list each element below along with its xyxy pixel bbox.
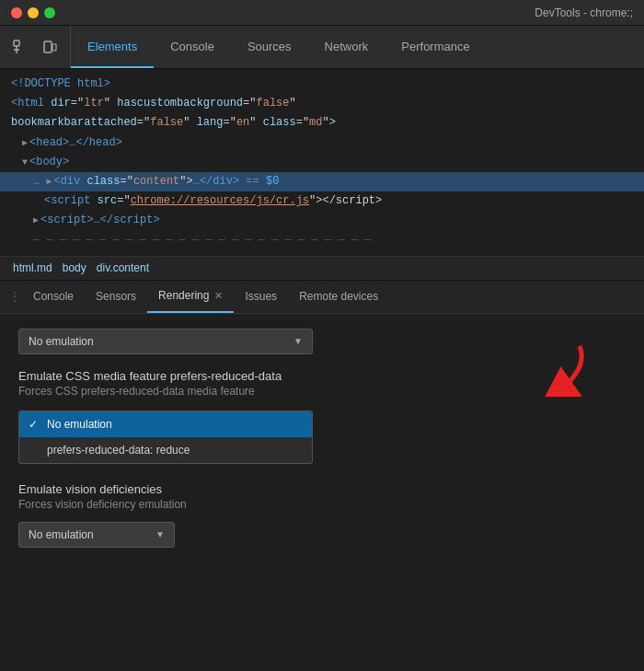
- tab-elements[interactable]: Elements: [71, 26, 154, 68]
- section2-title: Emulate vision deficiencies: [18, 482, 626, 496]
- section1-title: Emulate CSS media feature prefers-reduce…: [18, 369, 626, 383]
- emulation-dropdown-list: ✓ No emulation prefers-reduced-data: red…: [18, 411, 313, 464]
- close-button[interactable]: [11, 7, 22, 18]
- vision-deficiencies-section: Emulate vision deficiencies Forces visio…: [18, 482, 626, 548]
- section1-subtitle: Forces CSS prefers-reduced-data media fe…: [18, 385, 626, 398]
- traffic-lights: [11, 7, 55, 18]
- panel-tab-rendering-close[interactable]: ✕: [214, 290, 223, 302]
- panel-tab-remote-devices[interactable]: Remote devices: [288, 281, 389, 313]
- window-title: DevTools - chrome:;: [535, 6, 633, 19]
- dom-viewer: <!DOCTYPE html> <html dir="ltr" hascusto…: [0, 69, 644, 257]
- section2-subtitle: Forces vision deficiency emulation: [18, 498, 626, 511]
- tab-performance[interactable]: Performance: [385, 26, 486, 68]
- svg-rect-3: [44, 41, 52, 52]
- breadcrumb-html[interactable]: html.md: [9, 261, 56, 274]
- breadcrumb-body[interactable]: body: [59, 261, 90, 274]
- svg-rect-0: [14, 40, 19, 46]
- title-bar: DevTools - chrome:;: [0, 0, 644, 26]
- dropdown-option-no-emulation[interactable]: ✓ No emulation: [19, 411, 312, 437]
- dom-line-div-content[interactable]: … ▶<div class="content">…</div> == $0: [0, 172, 644, 191]
- panel-tab-rendering[interactable]: Rendering ✕: [147, 281, 234, 313]
- check-icon: ✓: [29, 418, 43, 431]
- dom-line-script-cr: <script src="chrome://resources/js/cr.js…: [0, 191, 644, 211]
- device-toolbar-icon[interactable]: [37, 34, 63, 60]
- tab-network[interactable]: Network: [308, 26, 385, 68]
- dom-line-body-open[interactable]: ▶<head>…</head>: [0, 133, 644, 153]
- check-icon-empty: [29, 444, 43, 457]
- vision-dropdown[interactable]: No emulation ▼: [18, 522, 175, 548]
- maximize-button[interactable]: [44, 7, 55, 18]
- dom-line-html[interactable]: <html dir="ltr" hascustombackground="fal…: [0, 94, 644, 113]
- panel-toolbar: ⋮ Console Sensors Rendering ✕ Issues Rem…: [0, 281, 644, 314]
- dom-line-bookmark: bookmarkbarattached="false" lang="en" cl…: [0, 113, 644, 133]
- emulation-dropdown-1-container: No emulation ▼: [18, 329, 626, 354]
- toolbar-left-icons: [0, 26, 71, 68]
- inspect-icon[interactable]: [7, 34, 33, 60]
- panel-tab-sensors[interactable]: Sensors: [85, 281, 147, 313]
- emulation-dropdown-1[interactable]: No emulation ▼: [18, 329, 313, 354]
- panel-tab-issues[interactable]: Issues: [234, 281, 288, 313]
- toolbar-tabs: Elements Console Sources Network Perform…: [71, 26, 644, 68]
- panel-drag-handle[interactable]: ⋮: [7, 281, 22, 313]
- dom-line-partial: ─ ─ ─ ─ ─ ─ ─ ─ ─ ─ ─ ─ ─ ─ ─ ─ ─ ─ ─ ─ …: [0, 231, 644, 250]
- panel-tab-console[interactable]: Console: [22, 281, 85, 313]
- devtools-toolbar: Elements Console Sources Network Perform…: [0, 26, 644, 69]
- vision-dropdown-arrow: ▼: [155, 529, 165, 539]
- minimize-button[interactable]: [28, 7, 39, 18]
- dom-line-body-tag[interactable]: ▼<body>: [0, 153, 644, 172]
- svg-rect-4: [52, 44, 56, 51]
- dom-line-script-close[interactable]: ▶<script>…</script>: [0, 211, 644, 230]
- breadcrumb: html.md body div.content: [0, 257, 644, 281]
- tab-console[interactable]: Console: [154, 26, 231, 68]
- dom-line-doctype: <!DOCTYPE html>: [0, 75, 644, 94]
- rendering-panel: No emulation ▼ Emulate CSS media feature…: [0, 314, 644, 562]
- tab-sources[interactable]: Sources: [231, 26, 308, 68]
- prefers-reduced-data-section: Emulate CSS media feature prefers-reduce…: [18, 369, 626, 398]
- breadcrumb-div[interactable]: div.content: [93, 261, 153, 274]
- dropdown-arrow-1: ▼: [293, 336, 303, 346]
- dropdown-option-prefers-reduced[interactable]: prefers-reduced-data: reduce: [19, 437, 312, 463]
